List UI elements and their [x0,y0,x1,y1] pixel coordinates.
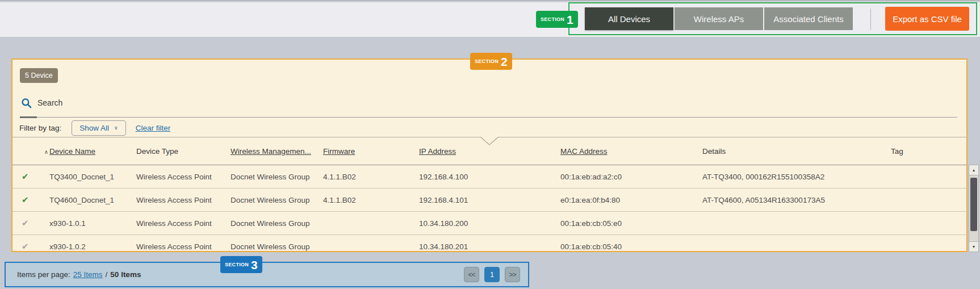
column-header-details: Details [702,147,891,156]
cell-ip: 10.34.180.201 [419,242,560,251]
column-header-device-type: Device Type [136,147,231,156]
status-check-icon: ✔ [12,195,29,205]
cell-mac: 00:1a:eb:cb:05:40 [560,242,702,251]
toolbar-divider [870,9,871,30]
cell-type: Wireless Access Point [136,219,231,228]
tab-all-devices[interactable]: All Devices [585,7,673,30]
section-2-word: SECTION [475,58,499,64]
section-1-word: SECTION [541,16,564,22]
export-csv-button[interactable]: Export as CSV file [885,7,969,31]
cell-ip: 10.34.180.200 [419,219,560,228]
first-page-button[interactable]: << [464,267,479,282]
cell-group: Docnet Wireless Group [231,196,323,204]
cell-details: AT-TQ3400, 000162R155100358A2 [702,173,891,181]
tag-filter-value: Show All [79,124,109,132]
column-header-status: ∧ [12,147,49,156]
vertical-scrollbar[interactable]: ▲ ▼ [969,165,979,252]
cell-type: Wireless Access Point [136,196,231,204]
cell-mac: e0:1a:ea:0f:b4:80 [560,196,702,204]
device-table-panel: SECTION 2 5 Device Filter by tag: Show A… [11,58,968,252]
status-check-icon: ✔ [12,171,29,182]
filter-bar: Filter by tag: Show All ∨ Clear filter [19,119,170,137]
search-bar [21,95,208,110]
table-row[interactable]: ✔x930-1.0.2Wireless Access PointDocnet W… [12,235,966,252]
section-3-number: 3 [251,259,258,271]
collapse-chevron-icon[interactable] [480,137,499,146]
tab-wireless-aps[interactable]: Wireless APs [675,7,763,30]
search-icon [21,98,32,108]
table-row[interactable]: ✔TQ4600_Docnet_1Wireless Access PointDoc… [12,189,966,212]
current-page-button[interactable]: 1 [484,267,500,282]
cell-name: x930-1.0.2 [49,242,136,251]
cell-ip: 192.168.4.101 [419,196,560,204]
section-2-number: 2 [501,56,508,68]
scrollbar-thumb[interactable] [970,178,977,231]
cell-name: TQ3400_Docnet_1 [49,173,136,181]
section-1-badge: SECTION 1 [536,11,578,28]
table-row[interactable]: ✔x930-1.0.1Wireless Access PointDocnet W… [12,212,966,235]
last-page-button[interactable]: >> [505,267,520,282]
items-separator: / [106,270,108,279]
clear-filter-link[interactable]: Clear filter [136,124,171,132]
section-3-word: SECTION [225,262,249,267]
scroll-down-icon[interactable]: ▼ [969,241,978,252]
search-input[interactable] [37,98,208,107]
total-items-label: 50 Items [110,270,141,279]
search-underline [20,117,957,118]
column-header-wireless-managemen[interactable]: Wireless Managemen... [231,147,323,156]
column-header-firmware[interactable]: Firmware [323,147,419,156]
cell-mac: 00:1a:eb:ad:a2:c0 [560,173,702,181]
cell-mac: 00:1a:eb:cb:05:e0 [560,219,702,228]
page: SECTION 1 All DevicesWireless APsAssocia… [0,0,980,289]
scroll-up-icon[interactable]: ▲ [969,165,978,175]
cell-details: AT-TQ4600, A05134R163300173A5 [702,196,891,204]
cell-group: Docnet Wireless Group [231,173,323,181]
pagination-bar: SECTION 3 Items per page: 25 Items / 50 … [5,262,529,287]
cell-name: TQ4600_Docnet_1 [49,196,136,204]
section-3-badge: SECTION 3 [220,256,262,273]
status-check-icon: ✔ [12,218,29,228]
cell-ip: 192.168.4.100 [419,173,560,181]
device-count-badge: 5 Device [20,68,58,83]
cell-type: Wireless Access Point [136,242,231,251]
section-1-annotation-box: All DevicesWireless APsAssociated Client… [568,2,977,35]
table-row[interactable]: ✔TQ3400_Docnet_1Wireless Access PointDoc… [12,165,966,189]
column-header-device-name[interactable]: Device Name [49,147,136,156]
column-header-tag: Tag [891,147,966,156]
tab-associated-clients[interactable]: Associated Clients [764,7,853,30]
page-size-link[interactable]: 25 Items [73,270,103,279]
chevron-down-icon: ∨ [114,125,118,131]
status-check-icon: ✔ [12,241,29,252]
column-header-mac-address[interactable]: MAC Address [560,147,702,156]
cell-firmware: 4.1.1.B02 [323,173,419,181]
sort-ascending-icon: ∧ [44,149,48,155]
section-1-number: 1 [567,14,573,26]
cell-group: Docnet Wireless Group [231,242,323,251]
items-per-page: Items per page: 25 Items / 50 Items [17,263,141,286]
cell-type: Wireless Access Point [136,173,231,181]
filter-by-tag-label: Filter by tag: [19,124,61,132]
cell-name: x930-1.0.1 [49,219,136,228]
items-per-page-label: Items per page: [17,270,70,279]
column-header-ip-address[interactable]: IP Address [419,147,560,156]
tag-filter-dropdown[interactable]: Show All ∨ [72,120,125,136]
device-view-tabs: All DevicesWireless APsAssociated Client… [585,7,853,30]
cell-firmware: 4.1.1.B02 [323,196,419,204]
section-2-badge: SECTION 2 [470,53,512,70]
pagination-buttons: << 1 >> [464,267,520,282]
table-body: ✔TQ3400_Docnet_1Wireless Access PointDoc… [12,165,966,252]
cell-group: Docnet Wireless Group [231,219,323,228]
